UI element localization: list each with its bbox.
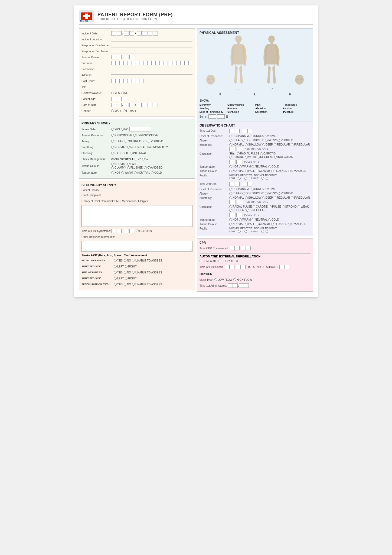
- rl-label-r2: R: [289, 92, 291, 96]
- head-left-svg: [204, 74, 217, 91]
- gender-male[interactable]: MALE: [111, 109, 122, 112]
- time-2nd-obs-row: Time 2nd Obs: :: [200, 182, 311, 186]
- date-y3[interactable]: [148, 31, 152, 36]
- show-c: Contusion: [227, 110, 255, 113]
- stroke-fast-section: Stroke FAST (Face, Arm, Speech Test) Ass…: [81, 254, 192, 287]
- cpr-left: CPR Time CPR Commenced: :: [200, 241, 311, 252]
- right-column: PHYSICAL ASSESSMENT: [197, 28, 313, 292]
- aed-title: AUTOMATED EXTERNAL DEFIBRILLATION: [200, 255, 311, 258]
- facial-weakness-row: FACIAL WEAKNESS: YES NO UNABLE TO ASSESS: [81, 258, 192, 263]
- speech-difficulties-row: SPEECH DIFFICULTIES: YES NO UNABLE TO AS…: [81, 282, 192, 287]
- dob-row: Date of Birth: / /: [81, 102, 192, 107]
- cpr-time-row: Time CPR Commenced: :: [200, 246, 311, 251]
- other-info-textarea[interactable]: [81, 241, 192, 252]
- surname-input: [111, 61, 192, 65]
- incident-location-label: Incident Location:: [81, 38, 111, 41]
- surname-row: Surname:: [81, 61, 192, 66]
- arm-weakness-row: ARM WEAKNESS: YES NO UNABLE TO ASSESS: [81, 270, 192, 275]
- obs-chart-title: OBSERVATION CHART: [200, 124, 311, 127]
- obs-temperature-1-row: Temperature: HOT WARM NEUTRAL COLD: [200, 165, 311, 168]
- time-first-symptoms-row: Time of First Symptoms: : >24 Hours: [81, 228, 192, 233]
- relatives-yes-radio[interactable]: [111, 92, 114, 94]
- affected-side1-row: AFFECTED SIDE: LEFT RIGHT: [81, 264, 192, 269]
- surname-label: Surname:: [81, 62, 111, 65]
- cpr-title: CPR: [200, 241, 311, 244]
- ps-temperature-row: Temperature: HOT WARM NEUTRAL COLD: [81, 170, 192, 175]
- gender-female[interactable]: FEMALE: [123, 109, 137, 112]
- page-subtitle: CONFIDENTIAL PATIENT INFORMATION: [97, 18, 173, 21]
- obs-airway-2-row: Airway: CLEAR OBSTRUCTED NOISY VOMITED: [200, 192, 311, 195]
- show-l: Loss of Functionality: [200, 110, 227, 113]
- dob-input: / /: [111, 103, 158, 107]
- date-y2[interactable]: [142, 31, 147, 36]
- burns-label: Burns:: [200, 115, 207, 118]
- secondary-survey-title: SECONDARY SURVEY: [81, 183, 192, 187]
- oxygen-section: OXYGEN Mask Type: LOW FLOW HIGH FLOW Tim…: [200, 271, 311, 288]
- time-m1[interactable]: [124, 55, 129, 59]
- incident-location-row: Incident Location:: [81, 37, 192, 42]
- date-d2[interactable]: [117, 31, 122, 36]
- relatives-aware-options: YES NO: [111, 92, 128, 95]
- body-front-svg: [226, 35, 251, 87]
- responder-one-input[interactable]: [111, 43, 192, 47]
- show-section: SHOW: Deformity Open Wounds Pain Tendern…: [200, 98, 311, 119]
- obs-pupils-2-row: Pupils: NORMAL REACTIVE NORMAL REACTIVE …: [200, 227, 311, 233]
- site-label-1: Site:: [229, 152, 235, 155]
- patient-age-label: Patient Age:: [81, 98, 111, 101]
- obs-tissue-2-row: Tissue Colour: NORMAL PALE CLAMMY FLUSHE…: [200, 222, 311, 226]
- logo: First Aid INTERNATIONAL: [79, 10, 94, 22]
- date-m1[interactable]: [124, 31, 129, 36]
- obs-circulation-2-row: Circulation RADIAL PULSE CAROTID PULSE S…: [200, 205, 311, 217]
- body-diagram: L: [200, 36, 311, 91]
- burns-input1[interactable]: [208, 114, 216, 119]
- date-y4[interactable]: [153, 31, 158, 36]
- scene-safe-text[interactable]: [129, 127, 151, 131]
- incident-location-input[interactable]: [111, 37, 192, 41]
- relatives-yes[interactable]: YES: [111, 92, 120, 95]
- obs-airway-1-row: Airway: CLEAR OBSTRUCTED NOISY VOMITED: [200, 139, 311, 142]
- secondary-survey-subtitle: Patient History: [81, 189, 192, 192]
- address-line3[interactable]: [111, 76, 192, 76]
- ps-airway-row: Airway: CLEAR OBSTRUCTED VOMITED: [81, 139, 192, 144]
- left-column: Incident Date: / /: [79, 28, 195, 292]
- affected-side2-row: AFFECTED SIDE: LEFT RIGHT: [81, 276, 192, 281]
- tel-input[interactable]: [111, 85, 192, 89]
- forename-row: Forename:: [81, 67, 192, 72]
- aed-type-row: SEMI AUTO FULLY AUTO: [200, 259, 311, 263]
- history-textarea[interactable]: [81, 205, 192, 227]
- time-h1[interactable]: [111, 55, 116, 59]
- time-m2[interactable]: [129, 55, 134, 59]
- ps-shock-row: Shock Management: CAPILLARY REFILL <2 >2: [81, 157, 192, 162]
- scene-safe-label: Scene Safe:: [81, 128, 111, 131]
- address-line2[interactable]: [111, 75, 192, 75]
- header: First Aid INTERNATIONAL PATIENT REPORT F…: [79, 10, 313, 25]
- history-label-row: History of Chief Complaint: PMH, Medicat…: [81, 199, 192, 204]
- time-at-patient-row: Time at Patient: :: [81, 55, 192, 60]
- svg-point-7: [208, 79, 210, 80]
- burns-row: Burns: %: [200, 114, 311, 119]
- stroke-fast-title: Stroke FAST (Face, Arm, Speech Test) Ass…: [81, 254, 192, 257]
- obs-breathing-1-row: Breathing: NORMAL SHALLOW DEEP REGULAR I…: [200, 143, 311, 151]
- responder-one-row: Responder One Name:: [81, 43, 192, 48]
- oxygen-title: OXYGEN: [200, 272, 311, 276]
- body-figure-head-left: [204, 74, 217, 91]
- responder-two-input[interactable]: [111, 49, 192, 53]
- burns-input2[interactable]: [217, 114, 225, 119]
- date-d1[interactable]: [111, 31, 116, 36]
- chief-complaint-input[interactable]: [111, 193, 192, 197]
- relatives-no[interactable]: NO: [121, 92, 128, 95]
- show-t: Tenderness: [283, 103, 311, 106]
- header-title: PATIENT REPORT FORM (PRF) CONFIDENTIAL P…: [97, 12, 173, 21]
- date-y1[interactable]: [137, 31, 142, 36]
- aed-first-shock-row: Time of First Shock: : TOTAL NO OF SHOCK…: [200, 264, 311, 269]
- time-1st-obs-row: Time 1st Obs: :: [200, 129, 311, 133]
- obs-divider: [200, 181, 311, 181]
- date-m2[interactable]: [129, 31, 134, 36]
- resp-rate-label-2: RESPIRATION RATE: [245, 201, 268, 203]
- relatives-no-radio[interactable]: [121, 92, 124, 94]
- address-line1[interactable]: [111, 74, 192, 75]
- time-h2[interactable]: [117, 55, 122, 59]
- show-grid: Deformity Open Wounds Pain Tenderness Sw…: [200, 103, 311, 113]
- dob-label: Date of Birth:: [81, 104, 111, 107]
- forename-input[interactable]: [111, 67, 192, 71]
